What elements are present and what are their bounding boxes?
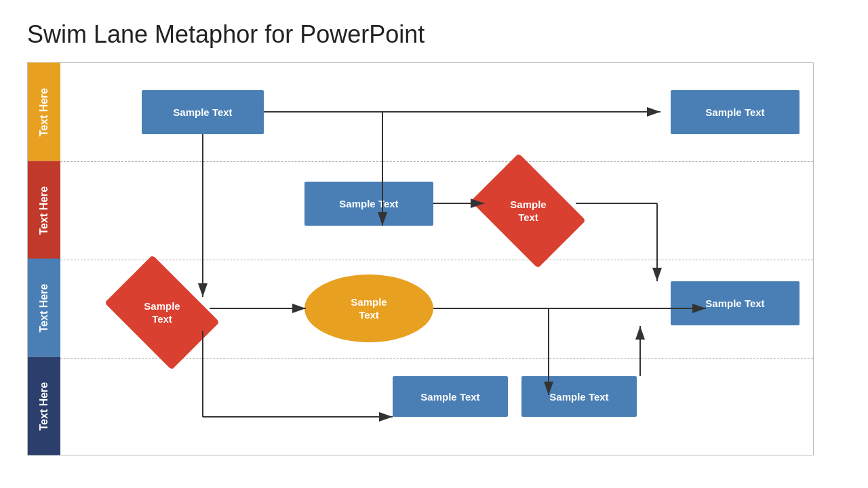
- page-title: Swim Lane Metaphor for PowerPoint: [27, 20, 841, 49]
- diagram-area: Sample Text Sample Text Sample Text Samp…: [60, 63, 813, 455]
- lane-label-3: Text Here: [28, 259, 60, 357]
- lanes-column: Text Here Text Here Text Here Text Here: [28, 63, 60, 455]
- ellipse-lane3: SampleText: [304, 274, 433, 342]
- box-lane1-left: Sample Text: [142, 90, 264, 134]
- box-lane4-left: Sample Text: [393, 376, 508, 417]
- lane-label-4: Text Here: [28, 357, 60, 455]
- box-lane2-center: Sample Text: [304, 182, 433, 226]
- diamond-lane2: SampleText: [481, 177, 576, 245]
- diamond-lane3-left: SampleText: [115, 279, 210, 346]
- lane-divider-2: [60, 260, 813, 260]
- lane-divider-1: [60, 161, 813, 162]
- diagram-container: Text Here Text Here Text Here Text Here …: [27, 62, 814, 455]
- box-lane3-right: Sample Text: [671, 281, 800, 325]
- lane-label-2: Text Here: [28, 161, 60, 260]
- box-lane4-right: Sample Text: [521, 376, 637, 417]
- lane-label-1: Text Here: [28, 63, 60, 161]
- box-lane1-right: Sample Text: [671, 90, 800, 134]
- page: Swim Lane Metaphor for PowerPoint Text H…: [0, 0, 868, 488]
